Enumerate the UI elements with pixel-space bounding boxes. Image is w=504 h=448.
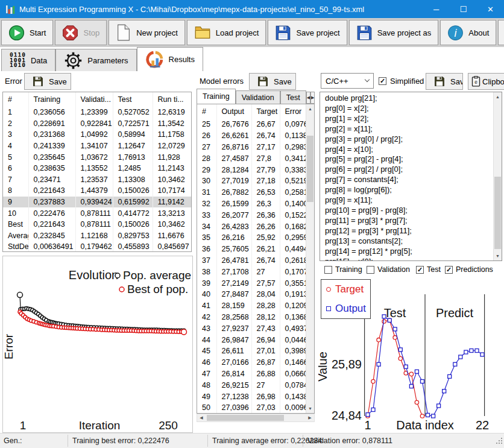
- tab-results[interactable]: Results: [137, 47, 203, 71]
- checkbox-predictions[interactable]: ✓Predictions: [445, 265, 493, 274]
- table-row[interactable]: 4426,984726,940,044650: [197, 334, 306, 345]
- tab-data[interactable]: 011010011010Data: [1, 49, 55, 71]
- table-row[interactable]: 20,2286910,9228410,72257111,3542: [3, 118, 191, 130]
- table-row[interactable]: 90,2378830,9394240,61599211,9142: [3, 197, 191, 208]
- resize-grip-icon[interactable]: [496, 436, 503, 447]
- simplified-checkbox[interactable]: ✓: [379, 77, 386, 85]
- column-header[interactable]: Validati...: [75, 92, 113, 107]
- table-cell: 12,0729: [153, 140, 191, 152]
- table-row[interactable]: 3827,1708270,170794: [197, 266, 306, 277]
- table-row[interactable]: 4228,256828,120,136832: [197, 312, 306, 323]
- start-button[interactable]: Start: [1, 20, 53, 45]
- error-table: #TrainingValidati...TestRun ti...10,2360…: [2, 92, 192, 252]
- minimize-button[interactable]: ─: [423, 0, 450, 18]
- table-row[interactable]: 40,2413391,341071,1264712,0729: [3, 140, 191, 152]
- table-row[interactable]: 2827,458727,80,341298: [197, 153, 306, 164]
- training-checkbox[interactable]: [324, 266, 332, 274]
- new-project-button[interactable]: New project: [109, 20, 185, 45]
- scrollbar-thumb[interactable]: [207, 415, 284, 421]
- table-row[interactable]: 3027,701927,180,521945: [197, 175, 306, 187]
- table-row[interactable]: 30,2313681,049920,5899411,1758: [3, 129, 191, 140]
- table-row[interactable]: 10,2360561,233990,52705212,6319: [3, 107, 191, 118]
- scroll-left-icon[interactable]: ◀: [197, 414, 206, 421]
- about-button[interactable]: iAbout: [440, 20, 496, 45]
- binary-icon: 011010011010: [10, 52, 26, 68]
- chart-title: Evolution: [69, 268, 118, 282]
- column-header[interactable]: Error: [280, 104, 306, 119]
- save-project-as-button[interactable]: Save project as: [349, 20, 439, 45]
- table-row[interactable]: 80,2216431,443790,15002610,7174: [3, 185, 191, 197]
- scroll-up-icon[interactable]: ▲: [306, 104, 314, 113]
- column-header[interactable]: Training: [28, 92, 75, 107]
- tab-parameters[interactable]: Parameters: [55, 49, 136, 71]
- table-row[interactable]: Best0,2216430,8781110,15002610,3462: [3, 219, 191, 230]
- column-header[interactable]: Run ti...: [153, 92, 191, 107]
- checkbox-training[interactable]: Training: [324, 265, 362, 274]
- scroll-up-icon[interactable]: ▲: [494, 92, 502, 101]
- status-separator: [68, 435, 68, 447]
- column-header[interactable]: #: [197, 104, 216, 119]
- legend-label: Output: [335, 303, 366, 315]
- table-row[interactable]: 4027,848728,040,191323: [197, 289, 306, 300]
- table-row[interactable]: 70,234711,235371,1330810,3462: [3, 174, 191, 186]
- column-header[interactable]: #: [3, 92, 28, 107]
- column-header[interactable]: Output: [216, 104, 251, 119]
- column-header[interactable]: Target: [251, 104, 280, 119]
- table-cell: 0,170794: [280, 266, 306, 277]
- model-tab-training[interactable]: Training: [197, 89, 236, 104]
- table-row[interactable]: 4128,15928,280,120951: [197, 300, 306, 312]
- error-save-button[interactable]: Save: [24, 73, 71, 90]
- table-row[interactable]: Average0,2328451,121680,82975311,6676: [3, 230, 191, 242]
- maximize-button[interactable]: ☐: [450, 0, 477, 18]
- table-row[interactable]: 3226,159926,30,140062: [197, 198, 306, 210]
- table-row[interactable]: 4526,61127,010,398998: [197, 345, 306, 357]
- tab-scroll-right-icon[interactable]: ▶: [310, 92, 315, 104]
- save-project-button[interactable]: Save project: [268, 20, 347, 45]
- table-row[interactable]: 4927,123826,980,143835: [197, 391, 306, 402]
- scrollbar-thumb[interactable]: [307, 136, 313, 202]
- test-checkbox[interactable]: ✓: [416, 266, 424, 274]
- scrollbar-thumb[interactable]: [494, 177, 501, 249]
- table-row[interactable]: 2726,871627,170,298384: [197, 142, 306, 153]
- table-row[interactable]: 50,2356451,036721,7691311,928: [3, 151, 191, 163]
- table-cell: 27,79: [251, 164, 280, 175]
- circle-marker-icon: [326, 287, 331, 292]
- table-row[interactable]: 3426,428326,260,168276: [197, 221, 306, 232]
- table-row[interactable]: 3726,478126,740,261882: [197, 255, 306, 267]
- table-row[interactable]: 3526,21625,920,295984: [197, 232, 306, 244]
- scroll-down-icon[interactable]: ▼: [306, 404, 314, 413]
- table-row[interactable]: 100,2224760,8781110,41477213,3213: [3, 207, 191, 219]
- checkbox-validation[interactable]: Validation: [367, 265, 410, 274]
- table-row[interactable]: 4327,923727,430,493738: [197, 323, 306, 334]
- table-row[interactable]: 2626,626126,740,113891: [197, 130, 306, 142]
- clipboard-button[interactable]: e Clipboard: [468, 73, 504, 90]
- table-row[interactable]: 4826,9215270,078470: [197, 379, 306, 391]
- close-button[interactable]: ✕: [477, 0, 504, 18]
- scroll-down-icon[interactable]: ▼: [494, 251, 502, 260]
- table-row[interactable]: 2928,128427,790,338365: [197, 164, 306, 175]
- predictions-checkbox[interactable]: ✓: [445, 266, 453, 274]
- model-errors-save-button[interactable]: Save: [249, 73, 296, 90]
- table-row[interactable]: 4726,81426,880,066008: [197, 368, 306, 380]
- table-row[interactable]: 4627,016626,870,146609: [197, 357, 306, 368]
- table-row[interactable]: 3326,207726,360,152287: [197, 209, 306, 221]
- code-save-button[interactable]: Save: [426, 73, 463, 90]
- updates-button[interactable]: Updates: [498, 20, 504, 45]
- tab-scroll-left-icon[interactable]: ◀: [306, 92, 310, 104]
- table-row[interactable]: 3927,214927,570,355103: [197, 277, 306, 289]
- column-header[interactable]: Test: [113, 92, 153, 107]
- load-project-button[interactable]: Load project: [187, 20, 266, 45]
- validation-checkbox[interactable]: [367, 266, 374, 274]
- table-row[interactable]: 60,2386351,135521,248511,2143: [3, 163, 191, 174]
- table-row[interactable]: StdDev0,006364910,1794620,4558930,845697: [3, 241, 191, 252]
- model-tab-test[interactable]: Test: [280, 90, 306, 104]
- table-row[interactable]: 2526,767626,670,097612: [197, 119, 306, 130]
- table-row[interactable]: 3126,788226,530,258182: [197, 187, 306, 198]
- model-tab-validation[interactable]: Validation: [236, 90, 280, 104]
- checkbox-test[interactable]: ✓Test: [416, 265, 441, 274]
- language-select[interactable]: C/C++: [321, 73, 374, 89]
- table-row[interactable]: 5027,039627,030,009634: [197, 402, 306, 414]
- table-row[interactable]: 3625,760526,210,449498: [197, 244, 306, 255]
- scroll-right-icon[interactable]: ▶: [306, 414, 314, 421]
- simplified-checkbox-wrap[interactable]: ✓ Simplified: [379, 77, 424, 86]
